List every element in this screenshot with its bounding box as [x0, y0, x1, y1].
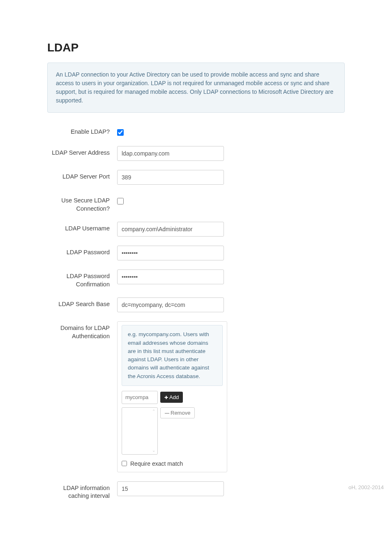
exact-match-checkbox[interactable]	[122, 461, 127, 466]
domains-panel: e.g. mycompany.com. Users with email add…	[117, 321, 227, 472]
label-caching-interval: LDAP information caching interval	[47, 481, 117, 500]
label-use-secure: Use Secure LDAP Connection?	[47, 194, 117, 213]
label-search-base: LDAP Search Base	[47, 297, 117, 309]
domain-input-row: Add	[122, 391, 223, 404]
label-password-confirm: LDAP Password Confirmation	[47, 269, 117, 288]
password-input[interactable]	[117, 246, 224, 260]
label-enable-ldap: Enable LDAP?	[47, 125, 117, 136]
server-port-input[interactable]	[117, 170, 224, 185]
row-caching-interval: LDAP information caching interval	[47, 481, 345, 500]
server-address-input[interactable]	[117, 146, 224, 161]
use-secure-checkbox[interactable]	[117, 198, 124, 204]
add-domain-button[interactable]: Add	[160, 392, 183, 403]
label-username: LDAP Username	[47, 222, 117, 233]
search-base-input[interactable]	[117, 297, 224, 312]
remove-domain-button[interactable]: Remove	[160, 407, 195, 418]
row-enable-ldap: Enable LDAP?	[47, 125, 345, 137]
label-domains: Domains for LDAP Authentication	[47, 321, 117, 340]
plus-icon	[164, 394, 168, 400]
listbox-scroll-up-icon[interactable]: ⌃	[151, 409, 157, 414]
page-title: LDAP	[47, 41, 345, 54]
row-username: LDAP Username	[47, 222, 345, 237]
remove-button-label: Remove	[171, 410, 190, 416]
enable-ldap-checkbox[interactable]	[117, 129, 124, 136]
row-search-base: LDAP Search Base	[47, 297, 345, 312]
exact-match-row: Require exact match	[122, 460, 223, 467]
row-use-secure: Use Secure LDAP Connection?	[47, 194, 345, 213]
label-server-port: LDAP Server Port	[47, 170, 117, 181]
label-password: LDAP Password	[47, 246, 117, 257]
domain-list-row: ⌃ ⌄ Remove	[122, 407, 223, 455]
ldap-info-box: An LDAP connection to your Active Direct…	[47, 63, 345, 113]
caching-interval-input[interactable]	[117, 481, 224, 496]
domain-listbox[interactable]: ⌃ ⌄	[122, 407, 158, 455]
minus-icon	[165, 410, 169, 416]
listbox-scroll-down-icon[interactable]: ⌄	[151, 448, 157, 453]
domain-add-input[interactable]	[122, 391, 158, 404]
row-domains: Domains for LDAP Authentication e.g. myc…	[47, 321, 345, 472]
row-password-confirm: LDAP Password Confirmation	[47, 269, 345, 288]
password-confirm-input[interactable]	[117, 269, 224, 284]
footer-copyright: oH, 2002-2014	[348, 484, 384, 490]
add-button-label: Add	[169, 394, 179, 400]
row-server-address: LDAP Server Address	[47, 146, 345, 161]
row-server-port: LDAP Server Port	[47, 170, 345, 185]
label-server-address: LDAP Server Address	[47, 146, 117, 157]
exact-match-label: Require exact match	[130, 460, 183, 467]
row-password: LDAP Password	[47, 246, 345, 260]
username-input[interactable]	[117, 222, 224, 237]
domains-help-text: e.g. mycompany.com. Users with email add…	[122, 325, 223, 386]
